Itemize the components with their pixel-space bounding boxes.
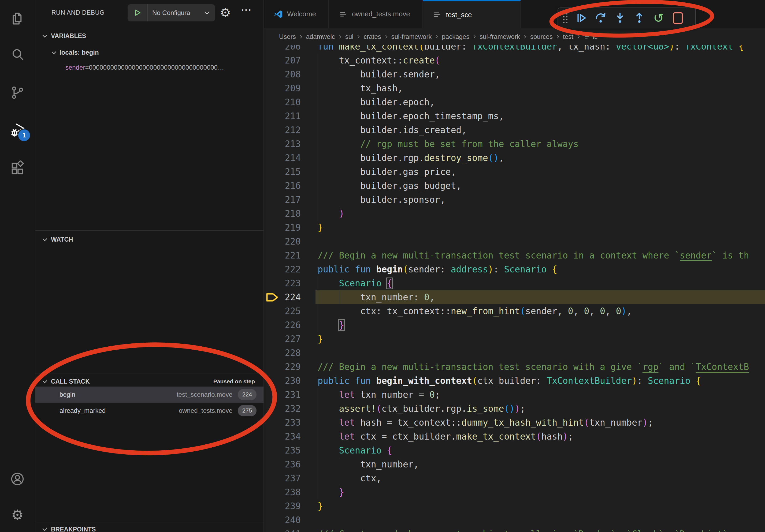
variable-name: sender <box>65 64 85 71</box>
line-number[interactable]: 235 <box>264 443 301 457</box>
line-number[interactable]: 225 <box>264 304 301 318</box>
settings-gear-icon[interactable]: ⚙ <box>9 506 26 523</box>
variable-row[interactable]: sender = 0000000000000000000000000000000… <box>65 61 262 75</box>
chevron-right-icon <box>471 34 477 40</box>
line-number[interactable]: 228 <box>264 346 301 360</box>
line-number[interactable]: 239 <box>264 499 301 513</box>
line-number[interactable]: 211 <box>264 109 301 123</box>
line-number[interactable]: 231 <box>264 388 301 402</box>
line-number[interactable]: 233 <box>264 416 301 430</box>
code-token: ctx: tx_context:: <box>318 306 451 316</box>
line-number[interactable]: 238 <box>264 485 301 499</box>
config-dropdown[interactable]: No Configura <box>148 9 201 17</box>
breadcrumb-item[interactable]: sui-framework <box>479 33 520 40</box>
line-number[interactable]: 234 <box>264 430 301 443</box>
breadcrumb-item[interactable]: sui <box>345 33 354 40</box>
line-number[interactable]: 220 <box>264 235 301 249</box>
search-icon[interactable] <box>9 46 26 63</box>
line-number[interactable]: 210 <box>264 95 301 109</box>
watch-section-header[interactable]: WATCH <box>35 232 264 246</box>
code-token: 0 <box>584 306 589 316</box>
code-line: 230public fun begin_with_context(ctx_bui… <box>264 374 765 388</box>
breadcrumb-item[interactable]: adamwelc <box>306 33 335 40</box>
explorer-icon[interactable] <box>9 10 26 27</box>
line-number[interactable]: 236 <box>264 457 301 471</box>
watch-header-label: WATCH <box>51 236 73 243</box>
code-token: ) <box>563 431 568 442</box>
code-token: txn_number <box>589 417 642 428</box>
code-token: Scenario <box>339 445 382 456</box>
code-text: ctx, <box>318 471 382 485</box>
code-token: 0 <box>616 306 621 316</box>
run-and-debug-icon[interactable]: 1 <box>9 122 26 139</box>
line-number[interactable]: 214 <box>264 151 301 165</box>
code-token: { <box>387 278 392 289</box>
line-number[interactable]: 209 <box>264 82 301 95</box>
breadcrumb-file-item[interactable]: te <box>583 33 598 40</box>
line-number[interactable]: 213 <box>264 137 301 151</box>
breadcrumb-item[interactable]: test <box>563 33 573 40</box>
breadcrumb-item[interactable]: sources <box>530 33 553 40</box>
debug-step-over-button[interactable] <box>594 10 608 26</box>
line-number[interactable]: 217 <box>264 193 301 207</box>
line-number[interactable]: 232 <box>264 402 301 416</box>
code-token: `, ` <box>611 529 632 532</box>
code-token: TxContextBuilder <box>546 376 632 386</box>
line-number[interactable]: 240 <box>264 513 301 527</box>
breakpoints-section-header[interactable]: BREAKPOINTS <box>35 522 264 532</box>
debug-step-out-button[interactable] <box>632 10 646 26</box>
line-number[interactable]: 219 <box>264 221 301 235</box>
debug-stop-button[interactable] <box>671 10 685 26</box>
call-stack-frame[interactable]: begintest_scenario.move224 <box>35 387 264 402</box>
line-number[interactable]: 223 <box>264 276 301 290</box>
code-token: ` is th <box>712 250 749 261</box>
code-token: } <box>318 334 323 344</box>
line-number[interactable]: 208 <box>264 68 301 82</box>
line-number[interactable]: 218 <box>264 207 301 221</box>
line-number[interactable]: 222 <box>264 263 301 276</box>
code-token: /// Creates and shares system objects, a… <box>318 529 579 532</box>
source-control-icon[interactable] <box>9 84 26 101</box>
line-number[interactable]: 207 <box>264 54 301 68</box>
more-actions-icon[interactable]: ··· <box>241 5 252 15</box>
line-number[interactable]: 221 <box>264 249 301 263</box>
tab-welcome[interactable]: Welcome <box>264 0 329 28</box>
line-number[interactable]: 237 <box>264 471 301 485</box>
chevron-right-icon <box>434 34 439 40</box>
breadcrumb-item[interactable]: crates <box>364 33 381 40</box>
line-number[interactable]: 226 <box>264 318 301 332</box>
tab-test-sce[interactable]: test_sce <box>423 0 521 28</box>
line-number[interactable]: 212 <box>264 123 301 137</box>
locals-scope-row[interactable]: locals: begin <box>35 46 264 60</box>
code-token: DenyList <box>680 529 722 532</box>
locals-scope-label: locals: begin <box>60 49 99 56</box>
debug-step-into-button[interactable] <box>613 10 627 26</box>
line-number[interactable]: 230 <box>264 374 301 388</box>
variables-section-header[interactable]: VARIABLES <box>35 29 264 43</box>
debug-restart-button[interactable]: ↺ <box>652 10 666 26</box>
code-text: txn_number: 0, <box>318 290 435 304</box>
line-number[interactable]: 215 <box>264 165 301 179</box>
debug-continue-button[interactable] <box>574 10 588 26</box>
code-token: sender, <box>525 306 568 316</box>
debug-settings-gear-icon[interactable]: ⚙ <box>220 5 231 20</box>
start-debug-button[interactable] <box>128 4 148 21</box>
extensions-icon[interactable] <box>9 160 26 177</box>
tab-owned-tests-move[interactable]: owned_tests.move <box>329 0 423 28</box>
breadcrumb-item[interactable]: Users <box>279 33 296 40</box>
code-text: let ctx = ctx_builder.make_tx_context(ha… <box>318 430 573 443</box>
code-text: builder.ids_created, <box>318 123 467 137</box>
call-stack-frame[interactable]: already_markedowned_tests.move275 <box>35 402 264 419</box>
code-line: 234 let ctx = ctx_builder.make_tx_contex… <box>264 430 765 443</box>
sidebar-editor-divider[interactable] <box>264 0 264 532</box>
code-text: builder.sponsor, <box>318 193 445 207</box>
line-number[interactable]: 241 <box>264 527 301 532</box>
account-icon[interactable] <box>9 470 26 487</box>
breadcrumb-item[interactable]: sui-framework <box>391 33 432 40</box>
toolbar-drag-handle[interactable] <box>563 13 567 23</box>
line-number[interactable]: 229 <box>264 360 301 374</box>
breadcrumb-item[interactable]: packages <box>442 33 469 40</box>
line-number[interactable]: 227 <box>264 332 301 346</box>
chevron-down-icon[interactable] <box>201 9 213 17</box>
line-number[interactable]: 216 <box>264 179 301 193</box>
